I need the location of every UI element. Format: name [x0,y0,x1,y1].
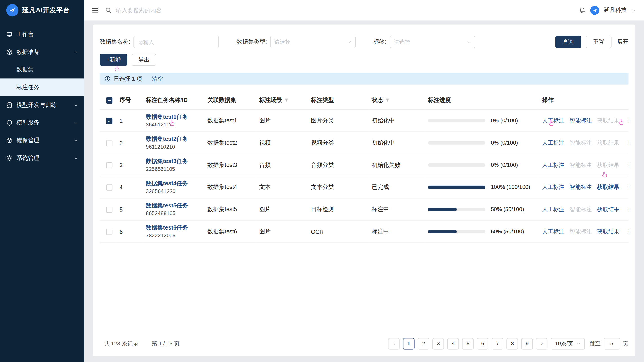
smart-annotate-link: 智能标注 [570,228,592,234]
more-actions-icon[interactable]: ⋮ [624,183,633,190]
task-name-link[interactable]: 数据集test6任务 [146,224,201,232]
page-size-value: 10条/页 [555,340,573,348]
app-window: 延凡AI开发平台 工作台数据准备数据集标注任务模型开发与训练模型服务镜像管理系统… [0,0,644,362]
page-button-2[interactable]: 2 [418,338,429,349]
page-button-7[interactable]: 7 [492,338,503,349]
status-text: 标注中 [368,220,425,242]
get-result-link[interactable]: 获取结果 [597,184,619,190]
row-index: 4 [116,176,142,198]
logo-icon [6,4,18,16]
more-actions-icon[interactable]: ⋮ [624,206,633,212]
row-checkbox[interactable] [106,140,112,146]
progress-text: 0% (0/100) [491,140,518,146]
more-actions-icon[interactable]: ⋮ [624,116,633,124]
dataset-name: 数据集test4 [204,176,256,198]
status-text: 标注中 [368,198,425,220]
filter-tag: 标签: 请选择 [374,36,510,48]
manual-annotate-link[interactable]: 人工标注 [542,118,564,124]
col-status-label: 状态 [372,96,383,104]
page-button-8[interactable]: 8 [506,338,518,349]
status-text: 初始化中 [368,132,425,154]
cube-icon [6,137,12,144]
sidebar-item-workbench[interactable]: 工作台 [0,26,84,43]
annotation-type: 视频分类 [308,132,368,154]
row-checkbox[interactable] [106,118,112,124]
filter-actions: 查询 重置 展开 [555,36,628,48]
task-name-link[interactable]: 数据集test2任务 [146,136,201,143]
annotation-scene: 视频 [256,132,308,154]
tag-placeholder: 请选择 [394,38,410,46]
add-button[interactable]: +新增 [100,54,127,66]
search-icon[interactable] [105,7,112,14]
chevron-down-icon[interactable] [631,8,636,12]
row-checkbox[interactable] [106,184,112,190]
query-button[interactable]: 查询 [555,36,581,48]
page-button-6[interactable]: 6 [477,338,488,349]
page-button-3[interactable]: 3 [433,338,444,349]
dataset-name: 数据集test5 [204,198,256,220]
expand-link[interactable]: 展开 [617,38,628,46]
next-page-button[interactable]: › [536,338,548,349]
sidebar-item-model-service[interactable]: 模型服务 [0,114,84,132]
page-size-select[interactable]: 10条/页 [551,338,585,349]
dataset-name-input[interactable] [134,36,219,48]
more-actions-icon[interactable]: ⋮ [624,139,633,146]
manual-annotate-link[interactable]: 人工标注 [542,140,564,146]
sidebar-item-annotation-task[interactable]: 标注任务 [0,78,84,96]
user-avatar[interactable] [590,6,599,15]
progress-bar-fill [428,230,457,233]
sidebar-item-dataset[interactable]: 数据集 [0,61,84,78]
smart-annotate-link: 智能标注 [570,140,592,146]
sidebar-item-model-dev-training[interactable]: 模型开发与训练 [0,96,84,114]
manual-annotate-link[interactable]: 人工标注 [542,184,564,190]
more-actions-icon[interactable]: ⋮ [624,161,633,168]
jump-page-input[interactable] [604,338,620,349]
filter-funnel-icon[interactable] [284,98,289,102]
prev-page-button[interactable]: ‹ [388,338,400,349]
row-checkbox[interactable] [106,229,112,235]
row-index: 1 [116,109,142,132]
task-name-link[interactable]: 数据集test3任务 [146,158,201,165]
sidebar-item-image-management[interactable]: 镜像管理 [0,131,84,149]
col-type: 标注类型 [308,91,368,109]
dataset-name-label: 数据集名称: [100,38,130,46]
dataset-type-select[interactable]: 请选择 [270,36,356,48]
smart-annotate-link[interactable]: 智能标注 [570,118,592,124]
sidebar-item-system-management[interactable]: 系统管理 [0,149,84,167]
page-button-9[interactable]: 9 [522,338,533,349]
smart-annotate-link[interactable]: 智能标注 [570,184,592,190]
search-input[interactable] [116,7,247,14]
annotation-scene: 图片 [256,198,308,220]
task-name-link[interactable]: 数据集test1任务 [146,114,201,121]
row-index: 2 [116,132,142,154]
select-all-checkbox[interactable] [106,98,112,104]
reset-button[interactable]: 重置 [586,36,612,48]
row-checkbox[interactable] [106,206,112,213]
export-button[interactable]: 导出 [132,54,156,66]
sidebar-item-data-preparation[interactable]: 数据准备 [0,43,84,61]
filter-funnel-icon[interactable] [385,98,390,102]
clear-selection-link[interactable]: 清空 [152,75,163,82]
tag-select[interactable]: 请选择 [390,36,475,48]
main-area: 延凡科技 数据集名称: 数据集类型: 请选择 [84,0,644,362]
get-result-link[interactable]: 获取结果 [597,228,619,234]
page-button-5[interactable]: 5 [462,338,474,349]
get-result-link[interactable]: 获取结果 [597,206,619,212]
task-name-link[interactable]: 数据集test5任务 [146,202,201,210]
page-button-4[interactable]: 4 [448,338,459,349]
task-id: 7822212005 [146,232,201,238]
info-icon [104,76,110,82]
manual-annotate-link[interactable]: 人工标注 [542,162,564,168]
progress-text: 0% (0/100) [491,162,518,168]
notification-bell-icon[interactable] [579,7,586,14]
manual-annotate-link[interactable]: 人工标注 [542,206,564,212]
manual-annotate-link[interactable]: 人工标注 [542,228,564,234]
row-checkbox[interactable] [106,162,112,168]
hamburger-menu-icon[interactable] [92,6,99,14]
page-button-1[interactable]: 1 [403,338,414,349]
task-name-link[interactable]: 数据集test4任务 [146,180,201,187]
company-name[interactable]: 延凡科技 [604,6,627,14]
table-row: 4 数据集test4任务 3265641220 数据集test4 文本 文本分类… [100,176,628,198]
more-actions-icon[interactable]: ⋮ [624,228,633,234]
page-info-text: 第 1 / 13 页 [152,340,180,348]
